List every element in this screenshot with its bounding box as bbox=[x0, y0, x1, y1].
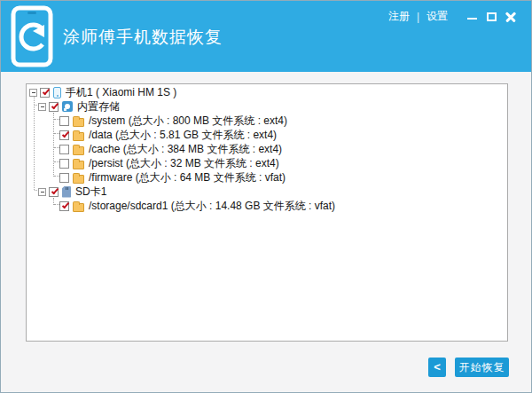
phone-icon bbox=[53, 87, 61, 98]
checkbox[interactable] bbox=[59, 201, 69, 211]
checkbox[interactable] bbox=[49, 102, 59, 112]
checkbox[interactable] bbox=[59, 145, 69, 154]
maximize-button[interactable] bbox=[481, 10, 501, 24]
tree-item-sdcard1[interactable]: SD卡1 bbox=[38, 185, 106, 199]
checkbox[interactable] bbox=[40, 88, 50, 98]
register-link[interactable]: 注册 bbox=[388, 9, 410, 24]
tree-item-phone1[interactable]: 手机1 ( Xiaomi HM 1S ) bbox=[29, 85, 176, 99]
checkbox[interactable] bbox=[59, 130, 69, 140]
tree-item-data[interactable]: /data (总大小 : 5.81 GB 文件系统 : ext4) bbox=[59, 128, 277, 142]
collapse-toggle-icon[interactable] bbox=[29, 89, 37, 97]
tree-connector bbox=[53, 113, 54, 177]
folder-icon bbox=[73, 203, 84, 212]
start-recovery-button[interactable]: 开始恢复 bbox=[455, 358, 509, 377]
tree-item-label: /firmware (总大小 : 64 MB 文件系统 : vfat) bbox=[89, 169, 286, 185]
folder-icon bbox=[73, 132, 84, 141]
checkbox[interactable] bbox=[59, 116, 69, 126]
app-title: 涂师傅手机数据恢复 bbox=[63, 26, 223, 49]
tree-connector bbox=[34, 95, 35, 190]
maximize-icon bbox=[487, 12, 497, 21]
window-controls bbox=[462, 10, 520, 24]
titlebar-divider: | bbox=[417, 11, 419, 23]
tree-item-internal-storage[interactable]: 内置存储 bbox=[38, 99, 120, 114]
header: 涂师傅手机数据恢复 注册 | 设置 bbox=[1, 1, 531, 72]
checkbox[interactable] bbox=[49, 187, 59, 197]
partition-tree: 手机1 ( Xiaomi HM 1S ) 内置存储 /system (总大小 :… bbox=[27, 84, 507, 341]
tree-item-cache[interactable]: /cache (总大小 : 384 MB 文件系统 : ext4) bbox=[59, 142, 282, 156]
phone-recovery-logo-icon bbox=[11, 5, 53, 67]
folder-icon bbox=[73, 146, 84, 155]
folder-icon bbox=[73, 118, 84, 127]
collapse-toggle-icon[interactable] bbox=[38, 188, 46, 196]
collapse-toggle-icon[interactable] bbox=[38, 103, 46, 111]
sd-card-icon bbox=[62, 186, 71, 198]
tree-item-storage-sdcard1[interactable]: /storage/sdcard1 (总大小 : 14.48 GB 文件系统 : … bbox=[59, 199, 335, 213]
back-button[interactable]: < bbox=[428, 358, 446, 377]
minimize-icon bbox=[467, 18, 477, 20]
titlebar: 注册 | 设置 bbox=[388, 9, 520, 24]
tree-item-system[interactable]: /system (总大小 : 800 MB 文件系统 : ext4) bbox=[59, 114, 287, 128]
tree-item-persist[interactable]: /persist (总大小 : 32 MB 文件系统 : ext4) bbox=[59, 156, 279, 170]
internal-storage-icon bbox=[62, 101, 73, 112]
app-window: 涂师傅手机数据恢复 注册 | 设置 bbox=[0, 0, 532, 393]
tree-item-firmware[interactable]: /firmware (总大小 : 64 MB 文件系统 : vfat) bbox=[59, 170, 286, 185]
partition-tree-panel: 手机1 ( Xiaomi HM 1S ) 内置存储 /system (总大小 :… bbox=[26, 83, 508, 342]
close-icon bbox=[505, 12, 516, 22]
tree-item-label: /storage/sdcard1 (总大小 : 14.48 GB 文件系统 : … bbox=[89, 198, 335, 214]
checkbox[interactable] bbox=[59, 159, 69, 169]
folder-icon bbox=[73, 161, 84, 169]
close-button[interactable] bbox=[501, 10, 520, 24]
checkbox[interactable] bbox=[59, 173, 69, 183]
minimize-button[interactable] bbox=[462, 10, 481, 24]
settings-link[interactable]: 设置 bbox=[426, 9, 448, 24]
folder-icon bbox=[73, 175, 84, 184]
